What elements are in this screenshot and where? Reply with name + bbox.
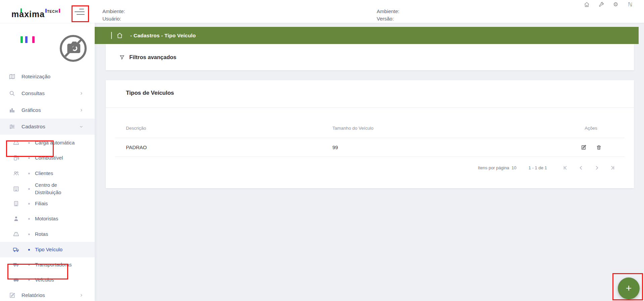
sidebar-item-combustivel[interactable]: Combustível — [0, 150, 95, 166]
column-header-descricao: Descrição — [126, 126, 332, 131]
sidebar-item-transportadoras[interactable]: Transportadoras — [0, 257, 95, 272]
last-page-icon[interactable] — [610, 165, 615, 171]
road-icon — [13, 139, 19, 146]
bullet-dot — [28, 218, 30, 220]
car-icon — [13, 276, 19, 283]
pagination-range-label: 1 - 1 de 1 — [528, 165, 547, 170]
first-page-icon[interactable] — [562, 165, 568, 171]
version-label: Versão: — [377, 15, 400, 23]
sidebar-item-graficos[interactable]: Gráficos — [0, 102, 95, 118]
previous-page-icon[interactable] — [578, 165, 584, 171]
sidebar-item-centro-de-distribuicao[interactable]: Centro de Distribuição — [0, 180, 95, 197]
advanced-filters-toggle[interactable]: Filtros avançados — [119, 44, 176, 70]
bullet-dot — [28, 157, 30, 159]
sidebar-toggle-button[interactable] — [75, 9, 85, 18]
items-per-page-select[interactable]: 10 — [512, 165, 516, 170]
sidebar-item-label: Consultas — [21, 90, 45, 96]
sidebar-item-roteirizacao[interactable]: Roteirização — [0, 69, 95, 84]
home-icon[interactable] — [584, 1, 590, 8]
logo-marks-icon — [20, 36, 35, 43]
chevron-down-icon — [79, 125, 83, 129]
items-per-page-label: Itens por página — [478, 165, 509, 170]
pagination-nav — [562, 165, 615, 171]
bar-chart-icon — [9, 107, 15, 114]
wrench-icon[interactable] — [598, 1, 604, 8]
sidebar-item-filiais[interactable]: Filiais — [0, 196, 95, 211]
edit-icon[interactable] — [581, 144, 587, 150]
truck-icon — [13, 261, 19, 268]
cell-tamanho: 99 — [332, 144, 566, 150]
cell-descricao: PADRAO — [126, 144, 332, 150]
sidebar-item-label: Carga automática — [35, 139, 79, 146]
sidebar-item-label: Relatórios — [21, 292, 45, 298]
search-icon — [9, 90, 15, 97]
sidebar-item-veiculos[interactable]: Veículos — [0, 272, 95, 288]
sidebar-item-consultas[interactable]: Consultas — [0, 86, 95, 101]
sidebar-item-rotas[interactable]: Rotas — [0, 226, 95, 242]
report-icon — [9, 292, 15, 299]
bullet-dot — [28, 233, 30, 235]
bullet-dot — [28, 142, 30, 144]
app-root: maxima TECH Ambiente: Usuário: Ambiente:… — [0, 0, 644, 301]
fuel-pump-icon — [13, 155, 19, 161]
sidebar-item-cadastros[interactable]: Cadastros — [0, 119, 95, 135]
sidebar-item-label: Gráficos — [21, 107, 41, 113]
card-title: Tipos de Veículos — [126, 90, 174, 96]
brand-logo: maxima TECH — [11, 10, 60, 18]
sidebar-item-label: Roteirização — [21, 74, 50, 80]
bullet-dot — [28, 249, 30, 251]
sidebar-item-tipo-veiculo[interactable]: Tipo Veículo — [0, 242, 95, 257]
sidebar-item-carga-automatica[interactable]: Carga automática — [0, 135, 95, 150]
environment-user-info: Ambiente: Usuário: — [102, 8, 125, 23]
gear-icon[interactable]: ⚙ — [612, 1, 619, 8]
branch-building-icon — [13, 200, 19, 207]
sidebar-item-clientes[interactable]: Clientes — [0, 166, 95, 181]
user-label: Usuário: — [102, 15, 125, 23]
sidebar-item-relatorios[interactable]: Relatórios — [0, 288, 95, 301]
chevron-right-icon — [79, 91, 83, 95]
bullet-dot — [28, 188, 30, 190]
sliders-icon — [9, 123, 15, 130]
chevron-right-icon — [79, 108, 83, 112]
cell-actions — [566, 144, 616, 150]
environment-label: Ambiente: — [377, 8, 400, 15]
building-icon — [13, 185, 19, 192]
sidebar-item-label: Rotas — [35, 230, 79, 238]
breadcrumb-bar: - Cadastros - Tipo Veículo — [95, 27, 639, 44]
bullet-dot — [28, 173, 30, 174]
topbar-icon-group: ⚙ ℕ — [584, 1, 633, 8]
column-header-tamanho: Tamanho do Veículo — [332, 126, 566, 131]
column-header-acoes: Ações — [566, 126, 616, 131]
bullet-dot — [28, 264, 30, 266]
table-header-row: Descrição Tamanho do Veículo Ações — [126, 121, 616, 136]
advanced-filters-label: Filtros avançados — [129, 54, 176, 60]
table-row[interactable]: PADRAO 99 — [126, 138, 616, 157]
next-page-icon[interactable] — [594, 165, 600, 171]
sidebar-item-label: Veículos — [35, 276, 79, 284]
add-vehicle-type-fab[interactable]: + — [618, 277, 640, 299]
road-icon — [13, 231, 19, 238]
logo-tick-green-icon — [20, 8, 22, 12]
sidebar-item-label: Cadastros — [21, 124, 45, 130]
sidebar-item-label: Filiais — [35, 200, 79, 207]
top-header-bar: maxima TECH Ambiente: Usuário: Ambiente:… — [0, 0, 644, 23]
sidebar-item-label: Centro de Distribuição — [35, 181, 79, 196]
delete-trash-icon[interactable] — [596, 144, 602, 150]
bullet-dot — [28, 279, 30, 281]
logo-tick-pink-icon — [59, 9, 60, 13]
home-icon[interactable] — [116, 32, 123, 39]
hamburger-icon — [79, 9, 84, 9]
map-icon — [9, 73, 15, 80]
brand-logo-text: maxima — [11, 10, 45, 18]
plus-icon: + — [626, 283, 632, 293]
driver-icon — [13, 215, 19, 222]
truck-outline-icon — [13, 246, 19, 253]
sidebar-item-label: Motoristas — [35, 215, 79, 222]
breadcrumb-separator — [111, 32, 112, 39]
n-brand-icon[interactable]: ℕ — [627, 1, 633, 8]
pagination-bar: Itens por página 10 1 - 1 de 1 — [478, 161, 615, 174]
vehicle-types-card: Tipos de Veículos Descrição Tamanho do V… — [106, 80, 634, 188]
sidebar-item-motoristas[interactable]: Motoristas — [0, 211, 95, 226]
broken-image-avatar — [58, 34, 88, 63]
sidebar-item-label: Clientes — [35, 170, 79, 177]
